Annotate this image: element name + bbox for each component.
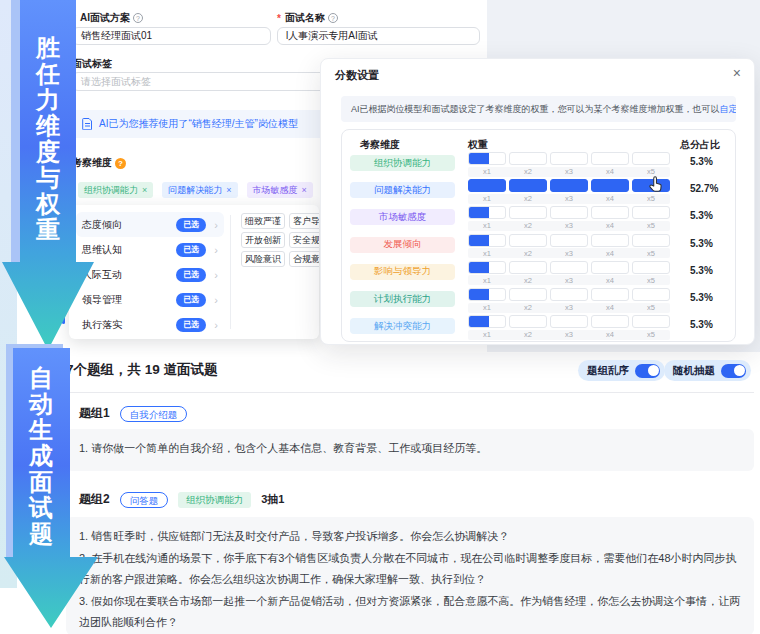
category-label: 思维认知	[82, 243, 176, 257]
selected-dimension-tag[interactable]: 市场敏感度×	[247, 182, 313, 198]
dimension-tag-label: 问题解决能力	[168, 184, 222, 197]
remove-tag-icon[interactable]: ×	[142, 185, 147, 195]
weight-segment-x2[interactable]	[509, 206, 547, 219]
weight-segment-x1[interactable]	[468, 179, 506, 192]
weight-segment-x1[interactable]	[468, 261, 506, 274]
weight-segment-x3[interactable]	[550, 179, 588, 192]
weight-segment-x2[interactable]	[509, 234, 547, 247]
dimension-option-button[interactable]: 细致严谨	[241, 213, 285, 229]
dimension-category-item[interactable]: 执行落实已选›	[76, 312, 224, 337]
weight-segment-x3[interactable]	[550, 315, 588, 328]
weight-segment-x4[interactable]	[591, 315, 629, 328]
scale-label: x3	[550, 221, 588, 230]
weight-segment-x1[interactable]	[468, 288, 506, 301]
weight-segment-x5[interactable]	[632, 288, 670, 301]
question-box-group-2: 1. 销售旺季时，供应链部门无法及时交付产品，导致客户投诉增多。你会怎么协调解决…	[66, 517, 754, 634]
dimension-category-item[interactable]: 思维认知已选›	[76, 237, 224, 262]
weight-segment-x2[interactable]	[509, 315, 547, 328]
dimension-tag: 组织协调能力	[178, 492, 251, 508]
name-input-value: l人事演示专用AI面试	[286, 28, 378, 44]
scale-label: x1	[468, 221, 506, 230]
dimension-option-button[interactable]: 客户导向	[289, 213, 319, 229]
scale-label: x2	[509, 303, 547, 312]
dimension-category-item[interactable]: 人际互动已选›	[76, 262, 224, 287]
category-label: 人际互动	[82, 268, 176, 282]
dimension-option-button[interactable]: 合规意识	[289, 251, 319, 267]
banner-character: 试	[29, 496, 53, 520]
weight-segment-x4[interactable]	[591, 288, 629, 301]
weight-segment-x1[interactable]	[468, 206, 506, 219]
selected-dimension-tag[interactable]: 问题解决能力×	[162, 182, 237, 198]
dialog-title: 分数设置	[335, 68, 379, 83]
customize-per-question-link[interactable]: 自定义每一题	[720, 104, 736, 114]
question-text: 1. 请你做一个简单的自我介绍，包含个人基本信息、教育背景、工作或项目经历等。	[79, 438, 741, 460]
weight-segment-fill	[469, 262, 489, 273]
remove-tag-icon[interactable]: ×	[226, 185, 231, 195]
scale-labels-strip: x1x2x3x4x5	[468, 167, 670, 177]
banner-character: 动	[29, 392, 53, 416]
weight-segment-fill	[469, 235, 489, 246]
banner-character: 与	[36, 166, 60, 190]
weight-segment-x4[interactable]	[591, 206, 629, 219]
selected-badge: 已选	[176, 268, 206, 282]
scale-label: x1	[468, 276, 506, 285]
toggle-switch-on[interactable]	[721, 364, 746, 378]
banner-character: 成	[29, 444, 53, 468]
banner-2-text: 自动生成面试题	[14, 366, 68, 546]
help-icon[interactable]: ?	[133, 13, 143, 23]
weight-segment-x4[interactable]	[591, 261, 629, 274]
weight-segment-x3[interactable]	[550, 261, 588, 274]
close-icon[interactable]: ×	[733, 65, 741, 81]
scale-label: x4	[591, 221, 629, 230]
dimension-option-button[interactable]: 安全规范	[289, 232, 319, 248]
weight-segment-x3[interactable]	[550, 234, 588, 247]
weight-segment-x5[interactable]	[632, 315, 670, 328]
toggle-switch-on[interactable]	[635, 364, 660, 378]
dimension-category-item[interactable]: 领导管理已选›	[76, 287, 224, 312]
weight-segment-x5[interactable]	[632, 261, 670, 274]
plan-input[interactable]: 销售经理面试01	[72, 27, 271, 45]
weight-segment-x2[interactable]	[509, 288, 547, 301]
weight-segment-x3[interactable]	[550, 152, 588, 165]
banner-character: 度	[36, 140, 60, 164]
weight-segment-x2[interactable]	[509, 179, 547, 192]
banner-character: 生	[29, 418, 53, 442]
weight-segment-x4[interactable]	[591, 179, 629, 192]
remove-tag-icon[interactable]: ×	[302, 185, 307, 195]
weight-segment-x3[interactable]	[550, 288, 588, 301]
weight-segment-x5[interactable]	[632, 152, 670, 165]
scale-label: x1	[468, 303, 506, 312]
weight-segment-x1[interactable]	[468, 234, 506, 247]
dimension-option-button[interactable]: 风险意识	[241, 251, 285, 267]
shuffle-groups-toggle[interactable]: 题组乱序	[578, 360, 665, 381]
weight-segment-x5[interactable]	[632, 206, 670, 219]
weight-segment-x4[interactable]	[591, 234, 629, 247]
weight-segment-x3[interactable]	[550, 206, 588, 219]
weight-segment-x5[interactable]	[632, 179, 670, 192]
help-icon[interactable]: ?	[328, 13, 338, 23]
weight-segment-x1[interactable]	[468, 315, 506, 328]
column-header-percent: 总分占比	[680, 138, 720, 152]
scale-label: x5	[632, 303, 670, 312]
random-draw-toggle[interactable]: 随机抽题	[664, 360, 751, 381]
weight-segment-x5[interactable]	[632, 234, 670, 247]
weight-row-dimension-tag: 计划执行能力	[350, 291, 455, 307]
weight-segment-x4[interactable]	[591, 152, 629, 165]
weights-table: 考察维度 权重 总分占比 组织协调能力x1x2x3x4x55.3%问题解决能力x…	[341, 129, 736, 342]
scale-label: x4	[591, 276, 629, 285]
weight-segment-x1[interactable]	[468, 152, 506, 165]
name-input[interactable]: l人事演示专用AI面试	[277, 27, 480, 45]
chevron-right-icon: ›	[214, 269, 218, 281]
scale-label: x5	[632, 194, 670, 203]
category-label: 领导管理	[82, 293, 176, 307]
dimension-option-button[interactable]: 开放创新	[241, 232, 285, 248]
chevron-right-icon: ›	[214, 219, 218, 231]
weight-segment-x2[interactable]	[509, 152, 547, 165]
weight-segment-x2[interactable]	[509, 261, 547, 274]
dimension-category-item[interactable]: 态度倾向已选›	[76, 212, 224, 237]
scale-labels-strip: x1x2x3x4x5	[468, 221, 670, 231]
scale-labels-strip: x1x2x3x4x5	[468, 194, 670, 204]
help-icon-orange[interactable]: ?	[115, 158, 126, 169]
banner-character: 维	[36, 114, 60, 138]
score-settings-dialog: 分数设置 × AI已根据岗位模型和面试题设定了考察维度的权重，您可以为某个考察维…	[320, 58, 755, 345]
